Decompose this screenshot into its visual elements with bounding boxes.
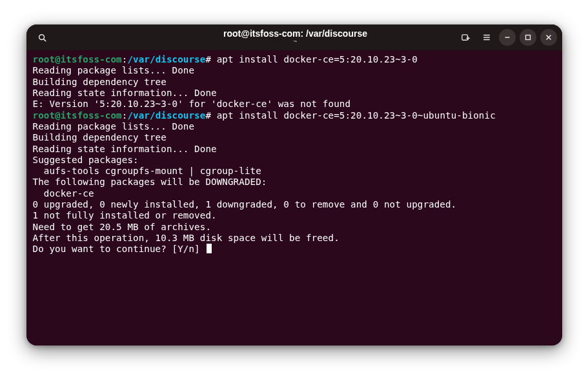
output-line: aufs-tools cgroupfs-mount | cgroup-lite xyxy=(33,166,261,176)
output-line: Reading package lists... Done xyxy=(33,121,195,131)
terminal-output[interactable]: root@itsfoss-com:/var/discourse# apt ins… xyxy=(26,50,562,346)
svg-line-1 xyxy=(44,39,46,41)
cursor xyxy=(207,244,212,253)
new-tab-icon[interactable] xyxy=(458,29,474,46)
command-1: apt install docker-ce=5:20.10.23~3-0 xyxy=(217,54,418,64)
output-line: E: Version '5:20.10.23~3-0' for 'docker-… xyxy=(33,99,351,109)
window-subtitle: ~ xyxy=(294,39,298,46)
window-title: root@itsfoss-com: /var/discourse xyxy=(223,29,367,39)
output-line: docker-ce xyxy=(33,188,94,199)
svg-rect-2 xyxy=(462,34,467,39)
output-line: Building dependency tree xyxy=(33,77,167,87)
prompt-user: root@itsfoss-com xyxy=(33,54,122,64)
prompt-symbol: # xyxy=(205,54,211,64)
maximize-button[interactable] xyxy=(520,29,536,46)
command-2: apt install docker-ce=5:20.10.23~3-0~ubu… xyxy=(217,110,496,121)
svg-rect-9 xyxy=(525,35,530,40)
minimize-button[interactable] xyxy=(499,29,516,46)
continue-prompt: Do you want to continue? [Y/n] xyxy=(33,244,206,254)
terminal-window: root@itsfoss-com: /var/discourse ~ xyxy=(26,24,562,346)
prompt-path: /var/discourse xyxy=(127,110,205,121)
titlebar: root@itsfoss-com: /var/discourse ~ xyxy=(26,24,562,50)
output-line: Suggested packages: xyxy=(33,155,139,165)
prompt-symbol: # xyxy=(205,110,211,121)
prompt-user: root@itsfoss-com xyxy=(33,110,122,121)
output-line: 1 not fully installed or removed. xyxy=(33,210,217,220)
output-line: 0 upgraded, 0 newly installed, 1 downgra… xyxy=(33,199,457,209)
output-line: Building dependency tree xyxy=(33,132,167,142)
close-button[interactable] xyxy=(540,29,557,46)
output-line: Need to get 20.5 MB of archives. xyxy=(33,222,212,232)
output-line: Reading state information... Done xyxy=(33,144,217,154)
output-line: Reading state information... Done xyxy=(33,88,217,98)
hamburger-menu-icon[interactable] xyxy=(478,29,495,46)
output-line: Reading package lists... Done xyxy=(33,65,195,75)
search-icon[interactable] xyxy=(34,29,51,46)
output-line: After this operation, 10.3 MB disk space… xyxy=(33,233,340,243)
output-line: The following packages will be DOWNGRADE… xyxy=(33,177,267,187)
svg-point-0 xyxy=(39,34,45,39)
prompt-path: /var/discourse xyxy=(127,54,205,64)
